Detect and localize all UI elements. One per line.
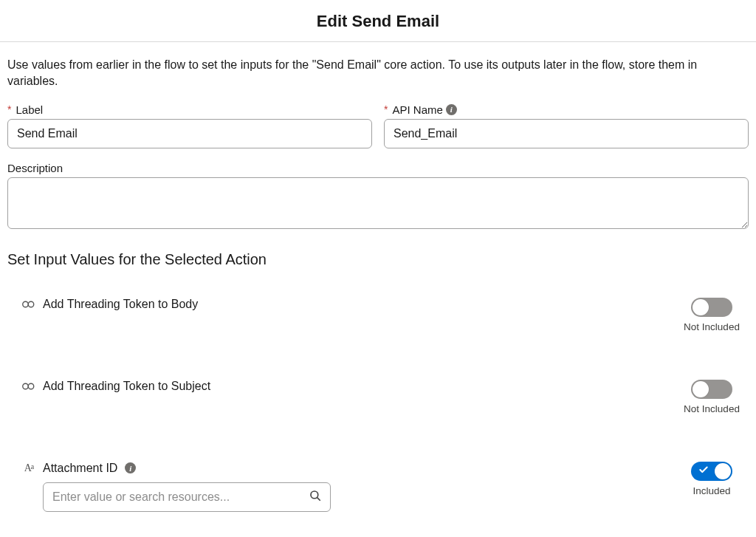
param-label-line: Aa Attachment ID i [22, 462, 675, 475]
modal-header: Edit Send Email [0, 0, 756, 42]
description-textarea[interactable] [7, 177, 749, 229]
param-label: Add Threading Token to Body [43, 298, 198, 311]
modal-title: Edit Send Email [0, 12, 756, 31]
param-label: Attachment ID [43, 462, 117, 475]
label-input[interactable] [7, 119, 372, 148]
svg-point-2 [23, 383, 29, 389]
toggle-status: Included [693, 485, 730, 496]
intro-text: Use values from earlier in the flow to s… [7, 57, 749, 90]
param-label-line: Add Threading Token to Body [22, 298, 675, 311]
text-type-icon: Aa [22, 462, 35, 474]
required-marker: * [384, 103, 388, 115]
description-field-label: Description [7, 162, 749, 174]
param-threading-subject: Add Threading Token to Subject Not Inclu… [22, 380, 749, 414]
toggle-column: Not Included [675, 380, 749, 414]
param-label: Add Threading Token to Subject [43, 380, 210, 393]
toggle-status: Not Included [684, 403, 740, 414]
apiname-input[interactable] [384, 119, 749, 148]
svg-point-4 [311, 491, 318, 499]
boolean-icon [22, 382, 35, 391]
svg-point-1 [28, 301, 34, 307]
apiname-field-label-text: API Name [392, 103, 442, 116]
search-icon [309, 489, 322, 505]
include-toggle[interactable] [691, 462, 732, 481]
include-toggle[interactable] [691, 380, 732, 399]
param-left: Add Threading Token to Body [22, 298, 675, 311]
toggle-status: Not Included [684, 321, 740, 332]
modal-body: Use values from earlier in the flow to s… [0, 42, 756, 512]
svg-point-3 [28, 383, 34, 389]
attachment-id-input-wrap [43, 482, 331, 512]
label-field-label-text: Label [16, 103, 43, 116]
param-left: Add Threading Token to Subject [22, 380, 675, 393]
toggle-column: Included [675, 462, 749, 496]
boolean-icon [22, 300, 35, 309]
svg-line-5 [317, 497, 320, 500]
info-icon[interactable]: i [125, 462, 136, 473]
attachment-id-input[interactable] [43, 482, 331, 512]
required-marker: * [7, 103, 11, 115]
label-apiname-row: * Label * API Name i [7, 103, 749, 148]
check-icon [698, 465, 709, 478]
svg-point-0 [23, 301, 29, 307]
param-threading-body: Add Threading Token to Body Not Included [22, 298, 749, 332]
label-field: * Label [7, 103, 372, 148]
label-field-label: * Label [7, 103, 372, 116]
include-toggle[interactable] [691, 298, 732, 317]
param-attachment-id: Aa Attachment ID i Included [22, 462, 749, 512]
description-field-label-text: Description [7, 162, 63, 174]
section-title: Set Input Values for the Selected Action [7, 251, 749, 268]
apiname-field: * API Name i [384, 103, 749, 148]
param-left: Aa Attachment ID i [22, 462, 675, 512]
info-icon[interactable]: i [446, 104, 457, 115]
apiname-field-label: * API Name i [384, 103, 749, 116]
toggle-column: Not Included [675, 298, 749, 332]
param-label-line: Add Threading Token to Subject [22, 380, 675, 393]
description-field: Description [7, 162, 749, 229]
